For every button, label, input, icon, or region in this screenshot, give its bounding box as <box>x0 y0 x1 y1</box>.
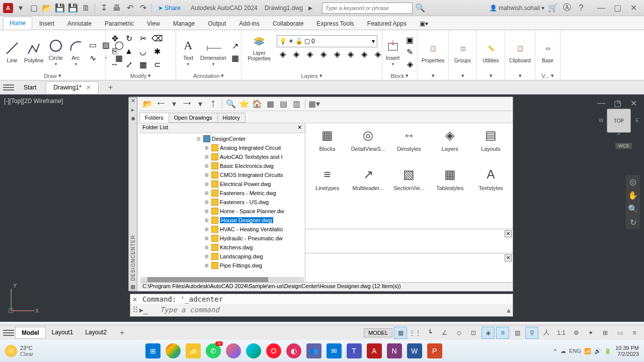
tree-item[interactable]: ⊞Fasteners - US.dwg <box>139 198 305 207</box>
orbit-icon[interactable]: ↻ <box>630 218 636 227</box>
nav-east[interactable]: E <box>635 118 639 123</box>
tree-item[interactable]: ⊞Fasteners - Metric.dwg <box>139 189 305 198</box>
transparency-icon[interactable]: ▧ <box>511 327 524 339</box>
category-multileader[interactable]: ↗Multileader... <box>348 165 388 204</box>
chevron-down-icon[interactable]: ▾ <box>461 72 464 79</box>
viewport-label[interactable]: [-][Top][2D Wireframe] <box>4 98 63 105</box>
scale-icon[interactable]: ⤢ <box>123 59 135 70</box>
isodraft-icon[interactable]: ◇ <box>452 327 465 339</box>
layer-tool-icon[interactable]: ◈ <box>290 49 302 60</box>
table-icon[interactable]: ▦ <box>229 52 242 63</box>
ribbon-tab-collaborate[interactable]: Collaborate <box>267 18 309 30</box>
search-icon[interactable]: 🔍 <box>225 99 236 110</box>
explode-icon[interactable]: ✱ <box>151 46 163 57</box>
viewcube-top[interactable]: TOP <box>607 109 631 133</box>
back-dd-icon[interactable]: ▾ <box>169 99 180 110</box>
clock-time[interactable]: 10:39 PM <box>615 345 639 351</box>
circle-tool[interactable]: Circle▾ <box>47 37 65 67</box>
dc-tab-folders[interactable]: Folders <box>139 113 169 123</box>
tree-folder-root[interactable]: ⊟DesignCenter <box>139 134 305 143</box>
favorites-icon[interactable]: ⭐ <box>238 99 250 110</box>
ribbon-tab-parametric[interactable]: Parametric <box>99 18 140 30</box>
chevron-down-icon[interactable]: ▾ <box>58 72 61 79</box>
properties-tool[interactable]: 📋Properties <box>422 40 444 64</box>
close-icon[interactable]: ✕ <box>505 254 512 261</box>
clean-screen-icon[interactable]: ▭ <box>613 327 626 339</box>
ribbon-tab-view[interactable]: View <box>141 18 166 30</box>
chevron-down-icon[interactable]: ▾ <box>551 72 554 79</box>
back-icon[interactable]: ⭠ <box>155 99 167 110</box>
forward-icon[interactable]: ⭢ <box>182 99 193 110</box>
chrome-icon[interactable] <box>166 343 181 358</box>
ribbon-tab-express-tools[interactable]: Express Tools <box>310 18 360 30</box>
text-tool[interactable]: AText▾ <box>179 37 197 67</box>
app-store-icon[interactable]: 🛒 <box>547 3 558 14</box>
ortho-icon[interactable]: ┗ <box>423 327 436 339</box>
tree-item[interactable]: ⊞Electrical Power.dwg <box>139 179 305 189</box>
category-tablestyles[interactable]: ▦Tablestyles <box>430 165 470 204</box>
base-tool[interactable]: ▭Base <box>538 40 557 64</box>
block-create-icon[interactable]: ▣ <box>404 34 416 45</box>
undo-icon[interactable]: ↶ <box>124 3 135 14</box>
offset-icon[interactable]: ⊂ <box>151 59 163 70</box>
palette-pin-icon[interactable]: ▸ <box>129 107 136 114</box>
ribbon-tab-manage[interactable]: Manage <box>167 18 201 30</box>
hardware-icon[interactable]: ⊞ <box>599 327 612 339</box>
layer-tool-icon[interactable]: ◈ <box>345 49 357 60</box>
browser-icon[interactable] <box>226 343 241 358</box>
block-edit-icon[interactable]: ✎ <box>404 46 416 57</box>
ribbon-tab-annotate[interactable]: Annotate <box>61 18 98 30</box>
ribbon-tab-output[interactable]: Output <box>202 18 232 30</box>
command-input[interactable] <box>148 306 507 314</box>
cmd-handle-icon[interactable]: ⠿ <box>132 305 138 315</box>
category-detailviews[interactable]: ◎DetailViewS... <box>348 126 388 164</box>
insert-tool[interactable]: Insert▾ <box>384 37 402 67</box>
palette-titlebar[interactable]: ✕ ▸ ✱ DESIGNCENTER ▦ <box>128 97 137 291</box>
ribbon-overflow-icon[interactable]: ▣▾ <box>414 18 434 30</box>
new-icon[interactable]: ▢ <box>28 3 39 14</box>
menu-dropdown-icon[interactable]: ▾ <box>15 3 26 14</box>
new-layout-button[interactable]: + <box>114 326 130 339</box>
tree-item[interactable]: ⊞Landscaping.dwg <box>139 252 305 261</box>
rectangle-icon[interactable]: ▭ <box>87 39 99 50</box>
zoom-icon[interactable]: 🔍 <box>628 204 638 214</box>
start-tab[interactable]: Start <box>16 81 44 94</box>
category-linetypes[interactable]: ≡Linetypes <box>307 165 347 204</box>
whatsapp-icon[interactable]: ✆20 <box>206 343 221 358</box>
nav-west[interactable]: W <box>599 118 603 123</box>
line-tool[interactable]: Line <box>3 39 21 64</box>
arc-tool[interactable]: Arc▾ <box>67 37 85 67</box>
cmd-close-icon[interactable]: ✕ <box>132 296 139 303</box>
layout-tab-model[interactable]: Model <box>15 327 46 339</box>
close-button[interactable]: ✕ <box>626 3 641 14</box>
weather-widget[interactable]: 23°CClear <box>5 345 33 357</box>
load-icon[interactable]: 📂 <box>142 99 153 110</box>
forward-dd-icon[interactable]: ▾ <box>195 99 206 110</box>
groups-tool[interactable]: ◫Groups <box>452 40 473 64</box>
category-layouts[interactable]: ▤Layouts <box>471 126 511 164</box>
chevron-down-icon[interactable]: ▾ <box>148 72 151 79</box>
dc-tab-history[interactable]: History <box>217 113 246 123</box>
teams2-icon[interactable]: T <box>347 343 362 358</box>
tree-item[interactable]: ⊞AutoCAD Textstyles and I <box>139 152 305 161</box>
redo-icon[interactable]: ↷ <box>137 3 148 14</box>
recent-dropdown-icon[interactable]: ▸ <box>305 3 316 14</box>
tree-item[interactable]: ⊞Basic Electronics.dwg <box>139 161 305 170</box>
new-tab-button[interactable]: + <box>101 80 120 95</box>
wcs-badge[interactable]: WCS <box>615 143 632 149</box>
volume-icon[interactable]: 🔊 <box>594 348 601 354</box>
pan-icon[interactable]: ✋ <box>628 191 638 200</box>
gear-icon[interactable]: ⚙ <box>570 327 583 339</box>
drawing-area[interactable]: [-][Top][2D Wireframe] — ▢ ✕ N S W E TOP… <box>0 95 644 322</box>
layer-tool-icon[interactable]: ◈ <box>331 49 343 60</box>
model-space-badge[interactable]: MODEL <box>364 328 392 337</box>
category-sectionvie[interactable]: ▧SectionVie... <box>389 165 429 204</box>
tree-toggle-icon[interactable]: ▦ <box>265 99 276 110</box>
clock-date[interactable]: 7/2/2023 <box>615 351 639 357</box>
layer-dropdown[interactable]: 💡 ☀ 🔓 ▢ 0 ▾ <box>277 35 377 47</box>
dimension-tool[interactable]: Dimension▾ <box>199 37 227 67</box>
leader-icon[interactable]: ↗ <box>229 40 242 51</box>
polar-icon[interactable]: ∠ <box>438 327 451 339</box>
snap-icon[interactable]: ⋮⋮ <box>409 327 422 339</box>
teams-icon[interactable]: 👥 <box>306 343 321 358</box>
